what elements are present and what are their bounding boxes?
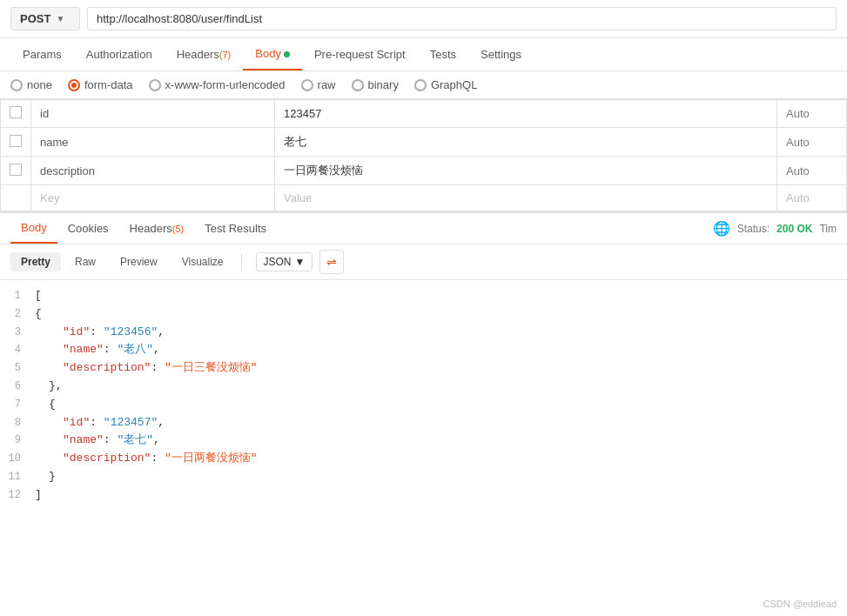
tab-headers[interactable]: Headers(7) <box>165 39 244 70</box>
radio-formdata <box>68 79 80 91</box>
tab-authorization[interactable]: Authorization <box>74 39 165 70</box>
method-chevron: ▼ <box>56 14 64 23</box>
format-raw[interactable]: Raw <box>64 252 106 271</box>
globe-icon: 🌐 <box>713 220 730 237</box>
format-pretty[interactable]: Pretty <box>10 252 61 271</box>
resp-tab-cookies[interactable]: Cookies <box>57 214 119 243</box>
resp-tab-body[interactable]: Body <box>10 213 57 244</box>
body-dot <box>284 51 290 57</box>
option-raw[interactable]: raw <box>301 78 336 91</box>
radio-urlencoded <box>149 79 161 91</box>
checkbox-name[interactable] <box>10 135 22 147</box>
line-number: 1 <box>0 288 35 305</box>
method-select[interactable]: POST ▼ <box>10 7 80 30</box>
code-content: { <box>35 396 847 414</box>
option-none[interactable]: none <box>10 78 52 91</box>
tab-settings[interactable]: Settings <box>468 39 534 70</box>
checkbox-description[interactable] <box>10 164 22 176</box>
url-bar: POST ▼ <box>0 0 847 38</box>
line-number: 7 <box>0 397 35 413</box>
code-content: ] <box>35 486 847 505</box>
code-content: "description": "一日三餐没烦恼" <box>35 359 847 378</box>
format-preview[interactable]: Preview <box>110 252 168 271</box>
json-format-select[interactable]: JSON ▼ <box>256 252 313 271</box>
code-content: "name": "老七", <box>35 432 847 450</box>
option-binary[interactable]: binary <box>352 78 399 91</box>
chevron-down-icon: ▼ <box>295 256 306 268</box>
radio-graphql <box>414 79 427 91</box>
tab-tests[interactable]: Tests <box>418 39 468 70</box>
format-bar: Pretty Raw Preview Visualize JSON ▼ ⇌ <box>0 244 847 280</box>
tab-body[interactable]: Body <box>243 38 302 70</box>
option-graphql[interactable]: GraphQL <box>414 78 477 91</box>
line-number: 12 <box>0 487 35 504</box>
line-number: 11 <box>0 469 35 485</box>
code-content: "id": "123457", <box>35 414 847 432</box>
response-status: 🌐 Status: 200 OK Tim <box>713 220 837 237</box>
radio-raw <box>301 79 313 91</box>
time-label: Tim <box>819 223 837 235</box>
line-number: 8 <box>0 415 35 432</box>
resp-tab-headers[interactable]: Headers(5) <box>119 214 195 243</box>
line-number: 5 <box>0 360 35 377</box>
code-line: 1[ <box>0 287 847 305</box>
code-line: 11} <box>0 468 847 486</box>
code-content: } <box>35 468 847 486</box>
url-input[interactable] <box>87 7 837 30</box>
code-line: 7{ <box>0 396 847 414</box>
code-content: "id": "123456", <box>35 324 847 342</box>
code-line: 6}, <box>0 378 847 396</box>
line-number: 3 <box>0 325 35 341</box>
body-options: none form-data x-www-form-urlencoded raw… <box>0 71 847 99</box>
response-tabs-bar: Body Cookies Headers(5) Test Results 🌐 S… <box>0 213 847 244</box>
option-formdata[interactable]: form-data <box>68 78 133 91</box>
divider <box>241 253 242 271</box>
radio-binary <box>352 79 364 91</box>
code-content: [ <box>35 287 847 305</box>
code-line: 12] <box>0 486 847 505</box>
radio-none <box>10 79 23 91</box>
form-data-table: id 123457 Auto name 老七 Auto description … <box>0 99 847 211</box>
code-content: "name": "老八", <box>35 341 847 359</box>
line-number: 9 <box>0 432 35 449</box>
code-line: 9"name": "老七", <box>0 432 847 450</box>
method-label: POST <box>20 12 50 25</box>
code-content: }, <box>35 378 847 396</box>
checkbox-id[interactable] <box>10 106 22 118</box>
code-content: { <box>35 305 847 324</box>
tab-prerequest[interactable]: Pre-request Script <box>302 39 418 70</box>
code-area: 1[2{3"id": "123456",4"name": "老八",5"desc… <box>0 280 847 512</box>
line-number: 6 <box>0 378 35 395</box>
code-line: 10"description": "一日两餐没烦恼" <box>0 450 847 468</box>
form-row-id: id 123457 Auto <box>1 100 847 128</box>
form-row-description: description 一日两餐没烦恼 Auto <box>1 157 847 185</box>
code-line: 5"description": "一日三餐没烦恼" <box>0 359 847 378</box>
tab-params[interactable]: Params <box>10 39 74 70</box>
option-urlencoded[interactable]: x-www-form-urlencoded <box>149 78 286 91</box>
form-row-name: name 老七 Auto <box>1 128 847 157</box>
format-visualize[interactable]: Visualize <box>171 252 234 271</box>
code-line: 8"id": "123457", <box>0 414 847 432</box>
status-code: 200 OK <box>776 223 812 235</box>
code-content: "description": "一日两餐没烦恼" <box>35 450 847 468</box>
code-line: 4"name": "老八", <box>0 341 847 359</box>
response-section: Body Cookies Headers(5) Test Results 🌐 S… <box>0 211 847 512</box>
code-line: 2{ <box>0 305 847 324</box>
line-number: 10 <box>0 451 35 467</box>
status-label: Status: <box>737 223 770 235</box>
line-number: 4 <box>0 342 35 358</box>
request-tabs: Params Authorization Headers(7) Body Pre… <box>0 38 847 71</box>
form-row-placeholder: Key Value Auto <box>1 185 847 211</box>
resp-tab-testresults[interactable]: Test Results <box>194 214 277 243</box>
line-number: 2 <box>0 306 35 323</box>
wrap-lines-button[interactable]: ⇌ <box>319 250 344 274</box>
code-line: 3"id": "123456", <box>0 324 847 342</box>
